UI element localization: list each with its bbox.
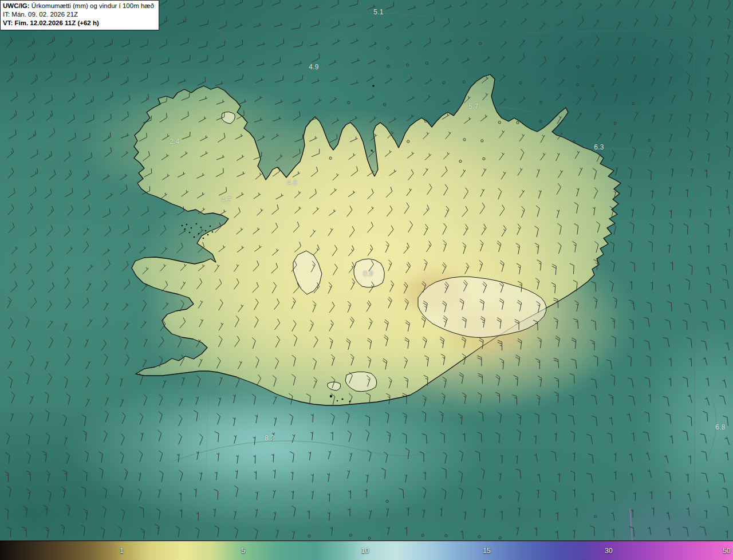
colorbar-tick-label: 15 [483,547,490,555]
map-area: 5.14.95.76.32.44.64.70.98.26.8 UWC/IG: Ú… [0,0,733,541]
colorbar-tick-label: 5 [242,547,246,555]
grimsey-island [372,85,375,87]
init-time: IT: Mán. 09. 02. 2026 21Z [3,10,154,19]
front-line [630,508,632,541]
colorbar-tick-label: 10 [361,547,369,555]
valid-time: VT: Fim. 12.02.2026 11Z (+62 h) [3,19,154,27]
colorbar-tick-label: 30 [605,547,612,555]
vestmannaeyjar-island [341,398,343,400]
map-title-line: UWC/IG: Úrkomumætti (mm) og vindur í 100… [3,2,154,10]
hofsjokull-outline [354,259,385,287]
map-canvas [0,0,733,541]
colorbar-tick-label: 50 [723,547,730,555]
colorbar: 1510153050 [0,541,733,560]
map-title: Úrkomumætti (mm) og vindur í 100m hæð [30,2,154,9]
colorbar-tick-label: 1 [120,547,124,555]
vestmannaeyjar-island [337,400,338,401]
iceland-coastline [132,74,621,405]
vestmannaeyjar-island [330,395,332,397]
weather-map: 5.14.95.76.32.44.64.70.98.26.8 UWC/IG: Ú… [0,0,733,560]
title-box: UWC/IG: Úrkomumætti (mm) og vindur í 100… [0,0,159,30]
model-name: UWC/IG: [3,2,30,9]
